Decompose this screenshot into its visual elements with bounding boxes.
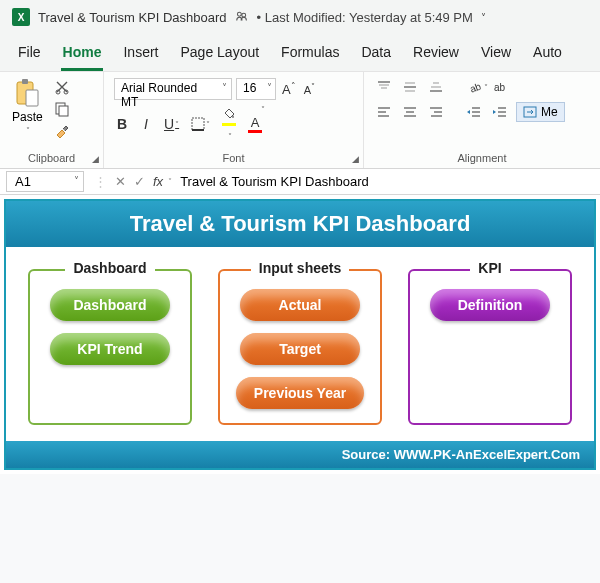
- button-definition[interactable]: Definition: [430, 289, 550, 321]
- copy-icon: [54, 101, 70, 117]
- formula-bar: A1 ⋮ ✕ ✓ fx˅: [0, 169, 600, 195]
- font-color-button[interactable]: A˅: [246, 115, 264, 133]
- align-left-icon: [376, 105, 392, 119]
- name-box[interactable]: A1: [6, 171, 84, 192]
- outdent-icon: [466, 105, 482, 119]
- group-label-alignment: Alignment: [372, 152, 592, 166]
- share-icon[interactable]: [235, 9, 249, 26]
- increase-indent-button[interactable]: [490, 103, 510, 121]
- cut-icon: [54, 79, 70, 95]
- decrease-font-button[interactable]: A˅: [302, 82, 317, 96]
- group-label-clipboard: Clipboard: [8, 152, 95, 166]
- cancel-formula-button[interactable]: ✕: [111, 174, 130, 189]
- dialog-launcher-icon[interactable]: ◢: [92, 154, 99, 164]
- card-input-sheets: Input sheets Actual Target Previous Year: [218, 269, 382, 425]
- bold-button[interactable]: B: [114, 116, 130, 132]
- fx-label[interactable]: fx: [149, 174, 167, 189]
- chevron-down-icon[interactable]: ˅: [481, 12, 486, 23]
- paint-bucket-icon: [222, 107, 236, 119]
- ribbon-group-alignment: ab˅ ab Me Alignment: [364, 72, 600, 168]
- dashboard-title: Travel & Tourism KPI Dashboard: [6, 201, 594, 247]
- card-title-dashboard: Dashboard: [65, 260, 154, 276]
- menu-review[interactable]: Review: [411, 40, 461, 71]
- menu-formulas[interactable]: Formulas: [279, 40, 341, 71]
- align-center-icon: [402, 105, 418, 119]
- font-size-select[interactable]: 16: [236, 78, 276, 100]
- increase-font-button[interactable]: A˄: [280, 81, 298, 97]
- align-center-button[interactable]: [400, 103, 420, 121]
- format-painter-button[interactable]: [51, 122, 73, 140]
- brush-icon: [54, 123, 70, 139]
- dialog-launcher-icon[interactable]: ◢: [352, 154, 359, 164]
- merge-label: Me: [541, 105, 558, 119]
- fill-color-button[interactable]: ˅: [220, 106, 238, 142]
- underline-button[interactable]: U˅: [162, 116, 181, 132]
- worksheet: Travel & Tourism KPI Dashboard Dashboard…: [0, 195, 600, 474]
- button-actual[interactable]: Actual: [240, 289, 360, 321]
- menubar: File Home Insert Page Layout Formulas Da…: [0, 34, 600, 71]
- italic-button[interactable]: I: [138, 116, 154, 132]
- enter-formula-button[interactable]: ✓: [130, 174, 149, 189]
- svg-rect-9: [192, 118, 204, 130]
- paste-button[interactable]: Paste ˅: [8, 76, 47, 137]
- dashboard-container: Travel & Tourism KPI Dashboard Dashboard…: [4, 199, 596, 470]
- svg-rect-8: [59, 106, 68, 116]
- card-title-kpi: KPI: [470, 260, 509, 276]
- wrap-text-button[interactable]: ab: [494, 78, 505, 96]
- svg-rect-3: [22, 79, 28, 84]
- menu-home[interactable]: Home: [61, 40, 104, 71]
- paste-label: Paste: [12, 110, 43, 124]
- border-button[interactable]: ˅: [189, 117, 212, 131]
- formula-input[interactable]: [172, 172, 600, 191]
- card-title-input: Input sheets: [251, 260, 349, 276]
- align-middle-icon: [402, 80, 418, 94]
- menu-view[interactable]: View: [479, 40, 513, 71]
- align-right-button[interactable]: [426, 103, 446, 121]
- indent-icon: [492, 105, 508, 119]
- ribbon-group-font: Arial Rounded MT 16 A˄ A˅ B I U˅ ˅ ˅ A˅ …: [104, 72, 364, 168]
- button-kpi-trend[interactable]: KPI Trend: [50, 333, 170, 365]
- orientation-button[interactable]: ab˅: [468, 78, 488, 96]
- dashboard-footer: Source: WWW.PK-AnExcelExpert.Com: [6, 441, 594, 468]
- wrap-label: ab: [494, 82, 505, 93]
- titlebar: X Travel & Tourism KPI Dashboard • Last …: [0, 0, 600, 34]
- svg-point-0: [237, 12, 241, 16]
- menu-data[interactable]: Data: [359, 40, 393, 71]
- border-icon: [191, 117, 205, 131]
- menu-page-layout[interactable]: Page Layout: [178, 40, 261, 71]
- ribbon-group-clipboard: Paste ˅ Clipboard ◢: [0, 72, 104, 168]
- menu-insert[interactable]: Insert: [121, 40, 160, 71]
- merge-button[interactable]: Me: [516, 102, 565, 122]
- svg-point-1: [241, 13, 245, 17]
- ribbon: Paste ˅ Clipboard ◢ Arial Rounded MT 16 …: [0, 71, 600, 169]
- orientation-icon: ab: [468, 80, 483, 94]
- align-middle-button[interactable]: [400, 78, 420, 96]
- decrease-indent-button[interactable]: [464, 103, 484, 121]
- align-top-icon: [376, 80, 392, 94]
- cut-button[interactable]: [51, 78, 73, 96]
- excel-app-icon: X: [12, 8, 30, 26]
- document-title: Travel & Tourism KPI Dashboard: [38, 10, 227, 25]
- align-bottom-icon: [428, 80, 444, 94]
- menu-auto[interactable]: Auto: [531, 40, 564, 71]
- align-right-icon: [428, 105, 444, 119]
- align-top-button[interactable]: [374, 78, 394, 96]
- button-target[interactable]: Target: [240, 333, 360, 365]
- card-dashboard: Dashboard Dashboard KPI Trend: [28, 269, 192, 425]
- card-kpi: KPI Definition: [408, 269, 572, 425]
- svg-text:ab: ab: [468, 80, 483, 94]
- group-label-font: Font: [112, 152, 355, 166]
- chevron-down-icon: ˅: [26, 126, 30, 135]
- paste-icon: [13, 78, 41, 108]
- align-left-button[interactable]: [374, 103, 394, 121]
- align-bottom-button[interactable]: [426, 78, 446, 96]
- button-dashboard[interactable]: Dashboard: [50, 289, 170, 321]
- font-name-select[interactable]: Arial Rounded MT: [114, 78, 232, 100]
- svg-rect-4: [26, 90, 38, 106]
- menu-file[interactable]: File: [16, 40, 43, 71]
- button-previous-year[interactable]: Previous Year: [236, 377, 364, 409]
- last-modified-label: • Last Modified: Yesterday at 5:49 PM: [257, 10, 473, 25]
- copy-button[interactable]: [51, 100, 73, 118]
- underline-label: U: [164, 116, 174, 132]
- merge-icon: [523, 106, 537, 118]
